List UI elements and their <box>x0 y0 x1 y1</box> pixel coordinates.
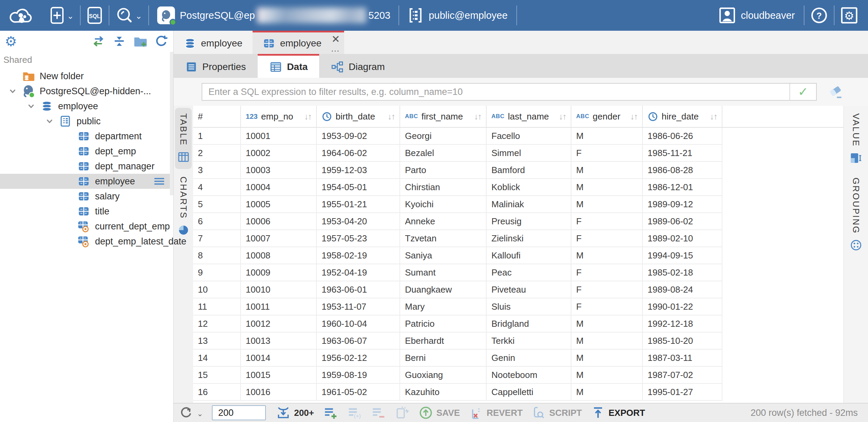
cell-last_name[interactable]: Zielinski <box>487 230 571 247</box>
cell-emp_no[interactable]: 10007 <box>241 230 317 247</box>
cell-hire_date[interactable]: 1985-02-18 <box>643 264 722 281</box>
sort-arrows-icon[interactable]: ↓↑ <box>559 112 566 122</box>
cell-gender[interactable]: F <box>571 230 643 247</box>
cell-first_name[interactable]: Guoxiang <box>400 367 487 384</box>
cell-emp_no[interactable]: 10014 <box>241 350 317 367</box>
cell-birth_date[interactable]: 1953-04-20 <box>317 213 400 230</box>
cell-last_name[interactable]: Cappelletti <box>487 384 571 401</box>
help-button[interactable]: ? <box>804 0 834 31</box>
row-index-cell[interactable]: 8 <box>193 247 241 264</box>
tree-item-salary[interactable]: salary <box>0 189 173 204</box>
cell-birth_date[interactable]: 1960-10-04 <box>317 315 400 333</box>
cell-hire_date[interactable]: 1990-01-22 <box>643 298 722 315</box>
tree-item-employee[interactable]: employee <box>0 99 173 114</box>
chevron-down-icon[interactable] <box>42 116 57 126</box>
cell-first_name[interactable]: Kazuhito <box>400 384 487 401</box>
cell-last_name[interactable]: Bridgland <box>487 315 571 333</box>
cell-emp_no[interactable]: 10012 <box>241 315 317 333</box>
cell-first_name[interactable]: Duangkaew <box>400 281 487 298</box>
row-index-cell[interactable]: 5 <box>193 196 241 213</box>
chevron-down-icon[interactable] <box>5 86 21 96</box>
row-index-cell[interactable]: 16 <box>193 384 241 401</box>
tab-diagram[interactable]: Diagram <box>319 54 396 78</box>
cell-emp_no[interactable]: 10016 <box>241 384 317 401</box>
cell-hire_date[interactable]: 1989-02-10 <box>643 230 722 247</box>
row-index-cell[interactable]: 10 <box>193 281 241 298</box>
cell-hire_date[interactable]: 1992-12-18 <box>643 315 722 333</box>
cell-emp_no[interactable]: 10011 <box>241 298 317 315</box>
save-button[interactable]: SAVE <box>419 406 460 420</box>
cell-gender[interactable]: M <box>571 162 643 179</box>
cell-last_name[interactable]: Facello <box>487 128 571 145</box>
user-menu[interactable]: cloudbeaver <box>710 7 804 24</box>
cell-hire_date[interactable]: 1994-09-15 <box>643 247 722 264</box>
sidebar-settings-gear-icon[interactable]: ⚙ <box>5 34 17 48</box>
cell-birth_date[interactable]: 1954-05-01 <box>317 179 400 196</box>
row-index-cell[interactable]: 1 <box>193 128 241 145</box>
cell-gender[interactable]: F <box>571 298 643 315</box>
cell-hire_date[interactable]: 1989-06-02 <box>643 213 722 230</box>
refresh-document-button[interactable] <box>395 405 410 420</box>
cell-hire_date[interactable]: 1986-08-28 <box>643 162 722 179</box>
sql-filter-input[interactable] <box>202 84 789 100</box>
new-folder-icon[interactable] <box>133 34 147 48</box>
tree-item-dept-emp-latest-date[interactable]: dept_emp_latest_date <box>0 234 173 249</box>
cell-emp_no[interactable]: 10015 <box>241 367 317 384</box>
cell-emp_no[interactable]: 10002 <box>241 145 317 162</box>
cell-emp_no[interactable]: 10005 <box>241 196 317 213</box>
cell-gender[interactable]: M <box>571 196 643 213</box>
tab-menu-icon[interactable]: … <box>331 43 340 54</box>
tree-item-department[interactable]: department <box>0 129 173 144</box>
auto-refresh-button[interactable]: ⌄ <box>179 406 203 420</box>
cell-first_name[interactable]: Mary <box>400 298 487 315</box>
cell-hire_date[interactable]: 1985-11-21 <box>643 145 722 162</box>
cell-emp_no[interactable]: 10010 <box>241 281 317 298</box>
cell-gender[interactable]: M <box>571 128 643 145</box>
row-index-cell[interactable]: 13 <box>193 333 241 350</box>
cell-first_name[interactable]: Tzvetan <box>400 230 487 247</box>
cell-gender[interactable]: M <box>571 350 643 367</box>
cell-birth_date[interactable]: 1959-12-03 <box>317 162 400 179</box>
cell-gender[interactable]: F <box>571 281 643 298</box>
link-with-editor-icon[interactable] <box>91 34 106 48</box>
cell-hire_date[interactable]: 1987-03-11 <box>643 350 722 367</box>
settings-button[interactable]: ⚙ <box>835 0 864 31</box>
cell-hire_date[interactable]: 1995-01-27 <box>643 384 722 401</box>
tree-item-current-dept-emp[interactable]: current_dept_emp <box>0 219 173 234</box>
cell-gender[interactable]: M <box>571 179 643 196</box>
cell-birth_date[interactable]: 1959-08-19 <box>317 367 400 384</box>
cell-hire_date[interactable]: 1985-10-20 <box>643 333 722 350</box>
cell-hire_date[interactable]: 1986-06-26 <box>643 128 722 145</box>
revert-button[interactable]: REVERT <box>469 406 523 420</box>
sidebar-scrollbar[interactable] <box>170 52 173 195</box>
sort-arrows-icon[interactable]: ↓↑ <box>388 112 395 122</box>
connection-selector[interactable]: PostgreSQL@ep 5203 <box>149 6 398 24</box>
row-index-cell[interactable]: 12 <box>193 315 241 333</box>
chevron-down-icon[interactable] <box>23 101 39 111</box>
tab-properties[interactable]: Properties <box>174 54 258 78</box>
refresh-icon[interactable] <box>154 34 168 48</box>
cell-birth_date[interactable]: 1956-02-12 <box>317 350 400 367</box>
cell-first_name[interactable]: Saniya <box>400 247 487 264</box>
cell-first_name[interactable]: Georgi <box>400 128 487 145</box>
tab-table-presentation[interactable]: TABLE <box>175 108 192 169</box>
row-index-cell[interactable]: 11 <box>193 298 241 315</box>
cell-gender[interactable]: M <box>571 367 643 384</box>
cell-last_name[interactable]: Sluis <box>487 298 571 315</box>
add-row-button[interactable] <box>323 405 338 420</box>
column-header-birth_date[interactable]: birth_date↓↑ <box>317 106 400 127</box>
cell-last_name[interactable]: Piveteau <box>487 281 571 298</box>
cell-hire_date[interactable]: 1987-07-02 <box>643 367 722 384</box>
cell-birth_date[interactable]: 1963-06-01 <box>317 281 400 298</box>
sort-arrows-icon[interactable]: ↓↑ <box>474 112 481 122</box>
cell-birth_date[interactable]: 1957-05-23 <box>317 230 400 247</box>
cell-gender[interactable]: M <box>571 315 643 333</box>
column-header-gender[interactable]: ABCgender↓↑ <box>571 106 643 127</box>
row-index-cell[interactable]: 6 <box>193 213 241 230</box>
fetch-more-button[interactable]: 200+ <box>276 406 314 420</box>
cell-birth_date[interactable]: 1961-05-02 <box>317 384 400 401</box>
tab-value-panel[interactable]: VALUE <box>847 108 864 170</box>
row-index-cell[interactable]: 14 <box>193 350 241 367</box>
tab-employee-database[interactable]: employee <box>174 31 253 54</box>
cell-gender[interactable]: M <box>571 384 643 401</box>
